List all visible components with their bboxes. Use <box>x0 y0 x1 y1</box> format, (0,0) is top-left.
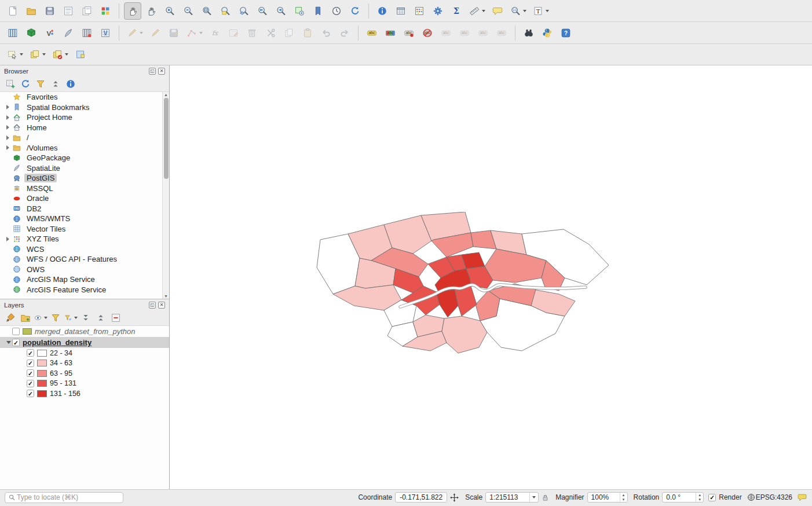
pan-to-selection-button[interactable] <box>142 2 160 20</box>
filter-legend-button[interactable] <box>49 311 63 324</box>
layer-labeling-button[interactable]: abc <box>363 24 381 42</box>
zoom-next-button[interactable] <box>272 2 290 20</box>
rotate-label-button[interactable]: abc <box>456 24 473 42</box>
legend-class-row[interactable]: 34 - 63 <box>0 358 169 369</box>
show-statistics-button[interactable]: Σ <box>448 2 465 20</box>
zoom-in-button[interactable] <box>161 2 178 20</box>
dropdown-arrow-icon[interactable] <box>199 32 203 34</box>
zoom-native-button[interactable]: 1:1 <box>507 2 529 20</box>
locate-search[interactable] <box>5 492 123 503</box>
layer-diagram-button[interactable]: abc <box>382 24 399 42</box>
expand-arrow-icon[interactable] <box>4 125 12 130</box>
legend-class-row[interactable]: 63 - 95 <box>0 368 169 379</box>
browser-item-volumes[interactable]: /Volumes <box>0 143 169 153</box>
highlight-pinned-labels-button[interactable]: abc <box>419 24 436 42</box>
dropdown-arrow-icon[interactable] <box>74 317 78 319</box>
identify-features-button[interactable] <box>374 2 391 20</box>
measure-button[interactable] <box>466 2 488 20</box>
browser-float-button[interactable]: ◱ <box>149 68 156 75</box>
save-layer-edits-button[interactable] <box>165 24 182 42</box>
browser-item-spatialite[interactable]: SpatiaLite <box>0 163 169 174</box>
extents-icon[interactable] <box>449 493 459 503</box>
temporal-controller-button[interactable] <box>328 2 345 20</box>
browser-properties-button[interactable] <box>64 78 78 90</box>
deselect-features-button[interactable] <box>49 46 71 63</box>
scale-combo[interactable]: 1:215113 <box>485 492 539 503</box>
class-visibility-checkbox[interactable] <box>27 390 34 397</box>
add-feature-button[interactable]: fx <box>206 24 224 42</box>
render-checkbox[interactable] <box>708 494 716 501</box>
delete-selected-button[interactable] <box>243 24 261 42</box>
new-geopackage-layer-button[interactable] <box>23 24 40 42</box>
browser-item-wcs[interactable]: WCS <box>0 244 169 255</box>
expand-arrow-icon[interactable] <box>4 115 12 120</box>
expand-all-button[interactable] <box>79 311 93 324</box>
expand-arrow-icon[interactable] <box>4 105 12 109</box>
select-by-value-button[interactable] <box>27 46 48 63</box>
paste-features-button[interactable] <box>299 24 316 42</box>
cut-features-button[interactable] <box>262 24 279 42</box>
browser-collapse-all-button[interactable] <box>49 78 63 90</box>
redo-button[interactable] <box>336 24 353 42</box>
change-label-button[interactable]: abc <box>474 24 492 42</box>
scrollbar-thumb[interactable] <box>164 98 169 179</box>
expand-arrow-icon[interactable] <box>4 135 12 140</box>
browser-refresh-button[interactable] <box>19 78 32 90</box>
expand-arrow-icon[interactable] <box>4 237 12 241</box>
legend-class-row[interactable]: 22 - 34 <box>0 348 169 358</box>
legend-class-row[interactable]: 95 - 131 <box>0 379 169 389</box>
curved-label-button[interactable]: abc <box>493 24 510 42</box>
help-button[interactable]: ? <box>557 24 575 42</box>
class-visibility-checkbox[interactable] <box>27 380 34 387</box>
dropdown-arrow-icon[interactable] <box>523 10 526 12</box>
browser-item-db2[interactable]: DB2DB2 <box>0 204 169 214</box>
copy-features-button[interactable] <box>280 24 298 42</box>
move-label-button[interactable]: abc <box>437 24 455 42</box>
processing-toolbox-button[interactable] <box>429 2 447 20</box>
class-visibility-checkbox[interactable] <box>27 369 34 377</box>
map-feature[interactable] <box>436 289 458 317</box>
zoom-full-button[interactable] <box>198 2 215 20</box>
browser-item-ows[interactable]: OWS <box>0 265 169 275</box>
crs-label[interactable]: EPSG:4326 <box>756 493 792 501</box>
class-visibility-checkbox[interactable] <box>27 349 34 357</box>
show-layout-manager-button[interactable] <box>78 2 96 20</box>
browser-item-spatial-bookmarks[interactable]: Spatial Bookmarks <box>0 102 169 113</box>
layer-expander-icon[interactable] <box>5 341 12 344</box>
pin-labels-button[interactable]: abc <box>400 24 418 42</box>
browser-add-layers-button[interactable] <box>3 78 17 90</box>
dropdown-arrow-icon[interactable] <box>20 53 23 56</box>
map-tips-button[interactable] <box>489 2 506 20</box>
statistical-summary-button[interactable] <box>411 2 428 20</box>
scroll-up-icon[interactable]: ▲ <box>163 93 169 97</box>
map-feature[interactable] <box>442 316 487 353</box>
browser-item-vector-tiles[interactable]: Vector Tiles <box>0 224 169 234</box>
browser-item-geopackage[interactable]: GeoPackage <box>0 153 169 163</box>
toggle-editing-button[interactable] <box>147 24 164 42</box>
text-annotation-button[interactable]: T <box>530 2 551 20</box>
new-shapefile-layer-button[interactable]: V <box>41 24 58 42</box>
dropdown-arrow-icon[interactable] <box>140 32 143 34</box>
new-virtual-layer-button[interactable]: V <box>97 24 114 42</box>
refresh-map-button[interactable] <box>346 2 364 20</box>
coordinate-input[interactable] <box>395 492 447 503</box>
layer-item-merged-dataset-from-python[interactable]: merged_dataset_from_python <box>0 326 169 337</box>
layer-item-population-density[interactable]: population_density <box>0 337 169 348</box>
magnifier-spinbox[interactable]: 100% ▲▼ <box>587 492 628 503</box>
open-attribute-table-button[interactable] <box>392 2 409 20</box>
browser-item-xyz-tiles[interactable]: XYZ Tiles <box>0 234 169 244</box>
browser-close-button[interactable]: ✕ <box>158 68 165 75</box>
map-canvas[interactable] <box>170 65 812 489</box>
lock-icon[interactable] <box>541 493 550 502</box>
vertex-tool-button[interactable] <box>225 24 242 42</box>
layers-close-button[interactable]: ✕ <box>158 302 165 309</box>
layer-styling-button[interactable] <box>3 311 17 324</box>
select-features-button[interactable] <box>4 46 25 63</box>
data-source-manager-button[interactable] <box>4 24 21 42</box>
dropdown-arrow-icon[interactable] <box>44 317 47 319</box>
undo-button[interactable] <box>317 24 335 42</box>
browser-item-wms-wmts[interactable]: WMS/WMTS <box>0 214 169 224</box>
select-by-rectangle-button[interactable] <box>72 46 89 63</box>
rotation-spinbox[interactable]: 0.0 ° ▲▼ <box>662 492 704 503</box>
save-project-button[interactable] <box>41 2 58 20</box>
